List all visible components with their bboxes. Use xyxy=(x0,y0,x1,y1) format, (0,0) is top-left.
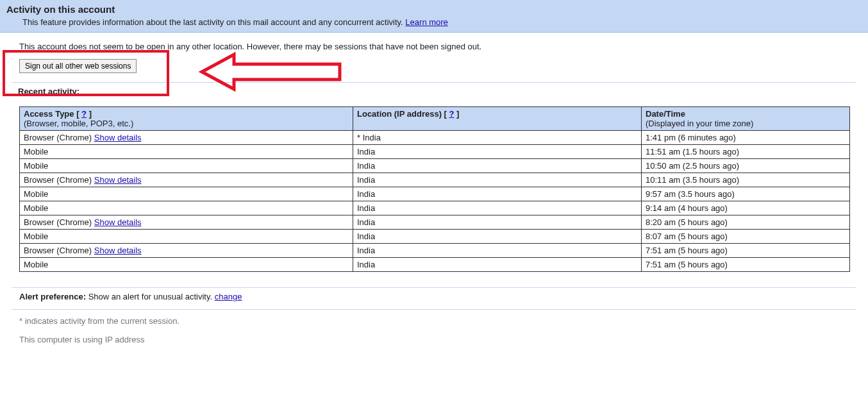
signout-section: Sign out all other web sessions xyxy=(0,55,868,76)
table-row: Browser (Chrome) Show detailsIndia7:51 a… xyxy=(20,244,850,258)
location-label: Location (IP address) xyxy=(357,109,442,119)
access-type-value: Browser (Chrome) xyxy=(24,246,92,255)
alert-pref-label: Alert preference: xyxy=(19,292,86,301)
table-row: MobileIndia11:51 am (1.5 hours ago) xyxy=(20,145,850,159)
cell-datetime: 7:51 am (5 hours ago) xyxy=(642,244,850,258)
alert-preference: Alert preference: Show an alert for unus… xyxy=(12,287,856,304)
access-type-value: Mobile xyxy=(24,161,48,171)
cell-datetime: 1:41 pm (6 minutes ago) xyxy=(642,131,850,145)
datetime-label: Date/Time xyxy=(646,109,685,119)
cell-location: India xyxy=(353,173,642,187)
cell-datetime: 8:20 am (5 hours ago) xyxy=(642,215,850,230)
access-type-value: Mobile xyxy=(24,203,48,213)
access-type-value: Mobile xyxy=(24,260,48,269)
feature-description-text: This feature provides information about … xyxy=(22,17,403,27)
cell-location: India xyxy=(353,215,642,230)
open-location-text: This account does not seem to be open in… xyxy=(0,33,868,55)
cell-location: India xyxy=(353,145,642,159)
page-title: Activity on this account xyxy=(6,4,862,15)
footer: * indicates activity from the current se… xyxy=(12,309,856,357)
cell-datetime: 9:14 am (4 hours ago) xyxy=(642,201,850,215)
access-type-value: Browser (Chrome) xyxy=(24,133,92,142)
sign-out-all-sessions-button[interactable]: Sign out all other web sessions xyxy=(19,59,137,73)
cell-datetime: 8:07 am (5 hours ago) xyxy=(642,230,850,244)
cell-location: India xyxy=(353,258,642,272)
datetime-sub: (Displayed in your time zone) xyxy=(646,119,753,128)
activity-table-header-row: Access Type [ ? ] (Browser, mobile, POP3… xyxy=(20,107,850,131)
cell-location: India xyxy=(353,201,642,215)
cell-datetime: 10:11 am (3.5 hours ago) xyxy=(642,173,850,187)
alert-pref-text: Show an alert for unusual activity. xyxy=(88,292,212,301)
table-row: MobileIndia9:14 am (4 hours ago) xyxy=(20,201,850,215)
show-details-link[interactable]: Show details xyxy=(94,175,142,185)
cell-access-type: Mobile xyxy=(20,258,353,272)
access-type-label: Access Type xyxy=(24,109,74,119)
footer-asterisk-note: * indicates activity from the current se… xyxy=(19,316,856,326)
alert-pref-change-link[interactable]: change xyxy=(215,292,242,301)
cell-location: India xyxy=(353,230,642,244)
table-row: MobileIndia8:07 am (5 hours ago) xyxy=(20,230,850,244)
access-type-value: Mobile xyxy=(24,147,48,156)
show-details-link[interactable]: Show details xyxy=(94,246,142,255)
cell-location: India xyxy=(353,159,642,173)
access-type-sub: (Browser, mobile, POP3, etc.) xyxy=(24,119,133,128)
cell-access-type: Browser (Chrome) Show details xyxy=(20,244,353,258)
table-row: Browser (Chrome) Show details* India1:41… xyxy=(20,131,850,145)
access-type-value: Mobile xyxy=(24,189,48,199)
access-type-value: Mobile xyxy=(24,232,48,241)
cell-access-type: Mobile xyxy=(20,145,353,159)
table-row: MobileIndia9:57 am (3.5 hours ago) xyxy=(20,187,850,201)
col-access-type: Access Type [ ? ] (Browser, mobile, POP3… xyxy=(20,107,353,131)
activity-table: Access Type [ ? ] (Browser, mobile, POP3… xyxy=(19,106,850,272)
cell-access-type: Browser (Chrome) Show details xyxy=(20,131,353,145)
cell-datetime: 7:51 am (5 hours ago) xyxy=(642,258,850,272)
cell-datetime: 9:57 am (3.5 hours ago) xyxy=(642,187,850,201)
header-band: Activity on this account This feature pr… xyxy=(0,0,868,33)
cell-access-type: Mobile xyxy=(20,230,353,244)
cell-datetime: 11:51 am (1.5 hours ago) xyxy=(642,145,850,159)
cell-access-type: Browser (Chrome) Show details xyxy=(20,215,353,230)
access-type-value: Browser (Chrome) xyxy=(24,217,92,227)
learn-more-link[interactable]: Learn more xyxy=(405,17,447,27)
table-row: Browser (Chrome) Show detailsIndia8:20 a… xyxy=(20,215,850,230)
feature-description: This feature provides information about … xyxy=(6,17,862,27)
col-location: Location (IP address) [ ? ] xyxy=(353,107,642,131)
access-type-value: Browser (Chrome) xyxy=(24,175,92,185)
table-row: MobileIndia10:50 am (2.5 hours ago) xyxy=(20,159,850,173)
recent-activity-heading: Recent activity: xyxy=(0,83,868,100)
access-type-help-link[interactable]: ? xyxy=(81,109,87,119)
table-row: MobileIndia7:51 am (5 hours ago) xyxy=(20,258,850,272)
table-row: Browser (Chrome) Show detailsIndia10:11 … xyxy=(20,173,850,187)
cell-access-type: Mobile xyxy=(20,159,353,173)
col-datetime: Date/Time (Displayed in your time zone) xyxy=(642,107,850,131)
cell-datetime: 10:50 am (2.5 hours ago) xyxy=(642,159,850,173)
show-details-link[interactable]: Show details xyxy=(94,133,142,142)
location-help-link[interactable]: ? xyxy=(449,109,455,119)
cell-location: * India xyxy=(353,131,642,145)
show-details-link[interactable]: Show details xyxy=(94,217,142,227)
cell-location: India xyxy=(353,187,642,201)
cell-access-type: Browser (Chrome) Show details xyxy=(20,173,353,187)
footer-ip-line: This computer is using IP address xyxy=(19,335,856,344)
cell-access-type: Mobile xyxy=(20,187,353,201)
cell-access-type: Mobile xyxy=(20,201,353,215)
cell-location: India xyxy=(353,244,642,258)
